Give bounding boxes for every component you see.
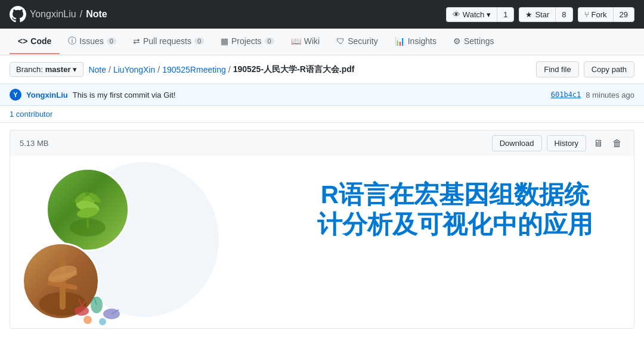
chevron-down-icon: ▾	[487, 10, 491, 19]
tab-pr-label: Pull requests	[143, 36, 191, 46]
tab-issues[interactable]: ⓘ Issues 0	[60, 29, 125, 55]
branch-label: Branch:	[16, 65, 43, 74]
star-count-button[interactable]: 8	[555, 7, 572, 22]
copy-path-button[interactable]: Copy path	[584, 61, 634, 77]
file-size: 5.13 MB	[20, 139, 48, 148]
tab-projects-label: Projects	[231, 36, 262, 46]
commit-message: This is my first commit via Git!	[73, 91, 176, 99]
projects-badge: 0	[265, 38, 274, 45]
delete-icon-button[interactable]: 🗑	[610, 136, 624, 151]
star-count: 8	[562, 10, 566, 19]
display-icon-button[interactable]: 🖥	[591, 136, 605, 151]
tab-security[interactable]: 🛡 Security	[328, 29, 386, 54]
file-actions: Download History 🖥 🗑	[492, 135, 624, 151]
tab-insights-label: Insights	[408, 36, 436, 46]
breadcrumb-root[interactable]: Note	[88, 65, 106, 74]
svg-line-18	[82, 299, 86, 306]
star-label: Star	[535, 10, 549, 19]
github-logo-icon	[10, 6, 26, 23]
microbe-svg	[70, 293, 129, 328]
settings-icon: ⚙	[453, 36, 461, 46]
breadcrumb-level1[interactable]: LiuYongXin	[113, 65, 155, 74]
commit-bar: Y YongxinLiu This is my first commit via…	[0, 84, 644, 106]
breadcrumb: Note / LiuYongXin / 190525Rmeeting / 190…	[88, 64, 354, 75]
contributors-count: 1	[10, 110, 14, 119]
tab-settings-label: Settings	[464, 36, 494, 46]
contributors-bar: 1 contributor	[0, 106, 644, 123]
svg-point-16	[99, 318, 106, 325]
tab-pull-requests[interactable]: ⇄ Pull requests 0	[125, 29, 212, 54]
pdf-preview: R语言在宏基因组数据统 计分析及可视化中的应用	[10, 156, 634, 329]
tab-issues-label: Issues	[79, 36, 103, 46]
security-icon: 🛡	[336, 36, 345, 46]
tab-settings[interactable]: ⚙ Settings	[445, 29, 503, 54]
history-button[interactable]: History	[547, 135, 586, 151]
watch-count: 1	[503, 10, 507, 19]
tab-security-label: Security	[348, 36, 378, 46]
watch-count-button[interactable]: 1	[497, 7, 514, 22]
find-file-button[interactable]: Find file	[536, 61, 579, 77]
nav-tabs: <> Code ⓘ Issues 0 ⇄ Pull requests 0 ▦ P…	[0, 29, 644, 55]
wiki-icon: 📖	[291, 36, 301, 46]
rice-field-circle	[46, 168, 129, 251]
pr-badge: 0	[194, 38, 204, 45]
tab-code[interactable]: <> Code	[10, 29, 60, 54]
star-icon: ★	[525, 10, 532, 19]
tab-wiki[interactable]: 📖 Wiki	[283, 29, 328, 54]
header-actions: 👁 Watch ▾ 1 ★ Star 8 ⑂ Fork 29	[446, 7, 634, 22]
tab-insights[interactable]: 📊 Insights	[386, 29, 445, 54]
commit-info-right: 601b4c1 8 minutes ago	[551, 91, 634, 99]
download-button[interactable]: Download	[492, 135, 542, 151]
issues-icon: ⓘ	[68, 36, 76, 46]
tab-projects[interactable]: ▦ Projects 0	[212, 29, 283, 54]
svg-line-17	[79, 299, 82, 306]
chevron-down-icon: ▾	[73, 65, 77, 74]
tab-wiki-label: Wiki	[304, 36, 320, 46]
pdf-title-line2: 计分析及可视化中的应用	[288, 210, 622, 239]
svg-point-12	[75, 306, 89, 316]
insights-icon: 📊	[395, 36, 405, 46]
top-header: YongxinLiu / Note 👁 Watch ▾ 1 ★ Star 8	[0, 0, 644, 29]
repo-name-link[interactable]: Note	[86, 9, 107, 20]
eye-icon: 👁	[453, 10, 460, 19]
tab-code-label: Code	[30, 36, 51, 46]
microbe-decoration	[70, 293, 129, 328]
pdf-title-overlay: R语言在宏基因组数据统 计分析及可视化中的应用	[288, 180, 622, 240]
file-header: 5.13 MB Download History 🖥 🗑	[10, 130, 634, 156]
branch-selector[interactable]: Branch: master ▾	[10, 62, 83, 77]
commit-info-left: Y YongxinLiu This is my first commit via…	[10, 89, 175, 101]
fork-button[interactable]: ⑂ Fork	[578, 7, 613, 22]
watch-group: 👁 Watch ▾ 1	[446, 7, 515, 22]
fork-group: ⑂ Fork 29	[578, 7, 634, 22]
watch-label: Watch	[463, 10, 484, 19]
svg-point-15	[83, 316, 92, 324]
fork-icon: ⑂	[584, 10, 589, 19]
projects-icon: ▦	[221, 36, 228, 46]
branch-name: master	[45, 65, 71, 74]
commit-time: 8 minutes ago	[586, 91, 634, 99]
author-avatar: Y	[10, 89, 21, 101]
rice-plant-svg	[58, 180, 117, 239]
star-group: ★ Star 8	[519, 7, 572, 22]
repo-title: YongxinLiu / Note	[10, 6, 107, 23]
star-button[interactable]: ★ Star	[519, 7, 555, 22]
contributors-link[interactable]: 1 contributor	[10, 110, 52, 119]
fork-label: Fork	[592, 10, 607, 19]
pdf-content: R语言在宏基因组数据统 计分析及可视化中的应用	[10, 156, 634, 328]
breadcrumb-bar: Branch: master ▾ Note / LiuYongXin / 190…	[0, 55, 644, 84]
repo-separator: /	[80, 9, 82, 20]
breadcrumb-level2[interactable]: 190525Rmeeting	[162, 65, 226, 74]
breadcrumb-actions: Find file Copy path	[536, 61, 634, 77]
code-icon: <>	[18, 36, 27, 46]
repo-owner-link[interactable]: YongxinLiu	[30, 9, 76, 20]
fork-count-button[interactable]: 29	[613, 7, 634, 22]
watch-button[interactable]: 👁 Watch ▾	[446, 7, 497, 22]
fork-count: 29	[620, 10, 628, 19]
issues-badge: 0	[107, 38, 116, 45]
breadcrumb-filename: 190525-人民大学-R语言大会.pdf	[233, 64, 355, 75]
commit-hash-link[interactable]: 601b4c1	[551, 91, 581, 99]
pdf-title-line1: R语言在宏基因组数据统	[288, 180, 622, 210]
pr-icon: ⇄	[133, 36, 140, 46]
commit-author-link[interactable]: YongxinLiu	[26, 91, 68, 99]
